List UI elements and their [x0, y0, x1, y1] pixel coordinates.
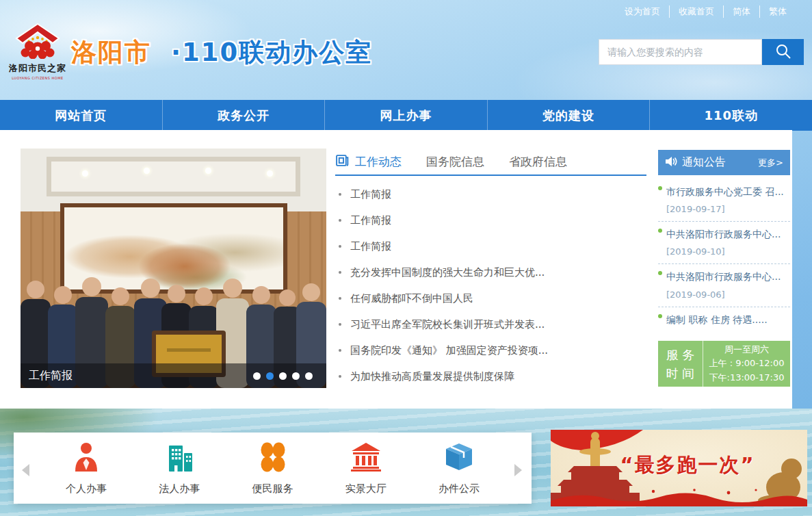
bullet-icon [339, 219, 341, 222]
notice-title: 中共洛阳市行政服务中心... [666, 270, 781, 283]
favorite-link[interactable]: 收藏首页 [669, 5, 723, 18]
schedule-afternoon: 下午:13:00-17:30 [709, 371, 785, 385]
news-item[interactable]: 习近平出席全军院校长集训开班式并发表... [335, 311, 646, 337]
notice-title: 编制 职称 住房 待遇..... [666, 313, 768, 326]
bullet-icon [339, 193, 341, 196]
news-item-title: 习近平出席全军院校长集训开班式并发表... [350, 318, 545, 331]
carousel-dots [253, 372, 313, 380]
news-item-title: 国务院印发《通知》 加强固定资产投资项... [350, 344, 548, 357]
notice-more-link[interactable]: 更多> [758, 157, 783, 169]
nav-item-110-linkage[interactable]: 110联动 [649, 100, 812, 131]
service-time-label-line: 服 务 [666, 346, 695, 364]
news-item[interactable]: 任何威胁都吓不倒中国人民 [335, 285, 646, 311]
service-convenience-services[interactable]: 便民服务 [226, 441, 319, 495]
service-time-label: 服 务 时 间 [658, 341, 703, 387]
service-legal-person-affairs[interactable]: 法人办事 [133, 441, 226, 495]
carousel-caption: 工作简报 [29, 369, 253, 383]
notice-board-title: 通知公告 [682, 155, 758, 170]
nav-item-gov-disclosure[interactable]: 政务公开 [162, 100, 325, 131]
service-personal-affairs[interactable]: 个人办事 [40, 441, 133, 495]
news-item-title: 工作简报 [350, 214, 391, 227]
carousel-dot-1[interactable] [253, 372, 261, 380]
tab-label: 国务院信息 [426, 154, 484, 170]
nav-item-online-services[interactable]: 网上办事 [324, 100, 487, 131]
page-title-office: ·110联动办公室 [171, 38, 372, 67]
carousel-photo-ceiling-tray [47, 157, 300, 196]
promo-banner[interactable]: “最多跑一次” [551, 430, 807, 506]
news-item-title: 充分发挥中国制度的强大生命力和巨大优... [350, 266, 545, 279]
green-dot-icon [658, 229, 662, 233]
notice-item[interactable]: 中共洛阳市行政服务中心... [2019-09-10] [658, 222, 790, 264]
tab-provincial-gov-info[interactable]: 省政府信息 [509, 154, 567, 170]
tab-label: 工作动态 [355, 154, 402, 170]
bank-icon [350, 441, 382, 476]
tab-label: 省政府信息 [509, 154, 567, 170]
ceiling-light [267, 170, 273, 177]
bullet-icon [339, 245, 341, 248]
bullet-icon [339, 323, 341, 326]
banner-slogan: “最多跑一次” [585, 452, 790, 479]
page: 设为首页 收藏首页 简体 繁体 洛阳市民之家 LUO [0, 0, 812, 516]
news-item[interactable]: 充分发挥中国制度的强大生命力和巨大优... [335, 259, 646, 285]
carousel-dot-5[interactable] [305, 372, 313, 380]
service-label: 实景大厅 [345, 482, 387, 495]
news-section: 工作动态 国务院信息 省政府信息 工作简报 工作简报 工作简报 充分发挥中国制度… [335, 149, 646, 389]
search-button[interactable] [762, 39, 804, 65]
speaker-icon [665, 156, 677, 170]
simplified-chinese-link[interactable]: 简体 [723, 5, 759, 18]
tab-state-council-info[interactable]: 国务院信息 [426, 154, 484, 170]
notice-title: 中共洛阳市行政服务中心... [666, 228, 781, 240]
notice-date: [2019-09-06] [658, 289, 790, 300]
news-item[interactable]: 工作简报 [335, 181, 646, 207]
topbar: 设为首页 收藏首页 简体 繁体 [616, 5, 796, 18]
service-live-hall[interactable]: 实景大厅 [319, 441, 412, 495]
tab-work-news[interactable]: 工作动态 [335, 153, 402, 170]
service-label: 个人办事 [66, 482, 107, 495]
set-homepage-link[interactable]: 设为首页 [616, 5, 669, 18]
news-item[interactable]: 工作简报 [335, 207, 646, 233]
carousel-dot-3[interactable] [279, 372, 287, 380]
notice-list: 市行政服务中心党工委 召... [2019-09-17] 中共洛阳市行政服务中心… [658, 179, 790, 341]
quick-services-card: 个人办事 法人办事 [14, 433, 532, 504]
page-title: 洛阳市 ·110联动办公室 [71, 36, 372, 70]
services-prev-arrow-icon[interactable] [22, 464, 29, 476]
services-next-arrow-icon[interactable] [514, 464, 522, 476]
service-time-label-line: 时 间 [666, 364, 695, 383]
clover-icon [257, 441, 289, 476]
person-icon [70, 441, 102, 476]
news-item[interactable]: 国务院印发《通知》 加强固定资产投资项... [335, 337, 646, 363]
service-label: 法人办事 [159, 482, 200, 495]
citizens-home-emblem-icon [10, 49, 65, 62]
notice-item[interactable]: 编制 职称 住房 待遇..... [658, 307, 790, 333]
search-box [599, 39, 804, 65]
carousel-dot-2[interactable] [266, 372, 274, 380]
main-nav: 网站首页 政务公开 网上办事 党的建设 110联动 [0, 100, 812, 131]
schedule-morning: 上午 : 9:00-12:00 [709, 357, 785, 370]
site-logo[interactable]: 洛阳市民之家 LUOYANG CITIZENS HOME [8, 23, 67, 80]
schedule-days: 周一至周六 [724, 343, 769, 357]
carousel-caption-bar: 工作简报 [21, 363, 326, 388]
notice-item[interactable]: 市行政服务中心党工委 召... [2019-09-17] [658, 179, 790, 222]
search-input[interactable] [599, 39, 762, 65]
bullet-icon [339, 271, 341, 274]
green-dot-icon [658, 186, 662, 190]
service-case-publicity[interactable]: 办件公示 [412, 441, 506, 495]
carousel-dot-4[interactable] [292, 372, 300, 380]
nav-item-home[interactable]: 网站首页 [0, 100, 162, 131]
notice-title: 市行政服务中心党工委 召... [666, 185, 784, 198]
news-item-title: 为加快推动高质量发展提供制度保障 [350, 370, 514, 383]
newspaper-icon [335, 153, 350, 170]
green-dot-icon [658, 271, 662, 275]
bullet-icon [339, 375, 341, 378]
traditional-chinese-link[interactable]: 繁体 [759, 5, 796, 18]
notice-item[interactable]: 中共洛阳市行政服务中心... [2019-09-06] [658, 264, 790, 307]
nav-item-party-building[interactable]: 党的建设 [487, 100, 650, 131]
carousel-slide[interactable]: 工作简报 [21, 149, 326, 388]
news-item-title: 工作简报 [350, 240, 391, 253]
news-item[interactable]: 为加快推动高质量发展提供制度保障 [335, 363, 646, 389]
service-time-panel: 服 务 时 间 周一至周六 上午 : 9:00-12:00 下午:13:00-1… [658, 341, 790, 387]
news-item[interactable]: 工作简报 [335, 233, 646, 259]
notice-board-header: 通知公告 更多> [658, 150, 790, 175]
news-item-title: 工作简报 [350, 188, 391, 201]
logo-name: 洛阳市民之家 [8, 62, 67, 75]
